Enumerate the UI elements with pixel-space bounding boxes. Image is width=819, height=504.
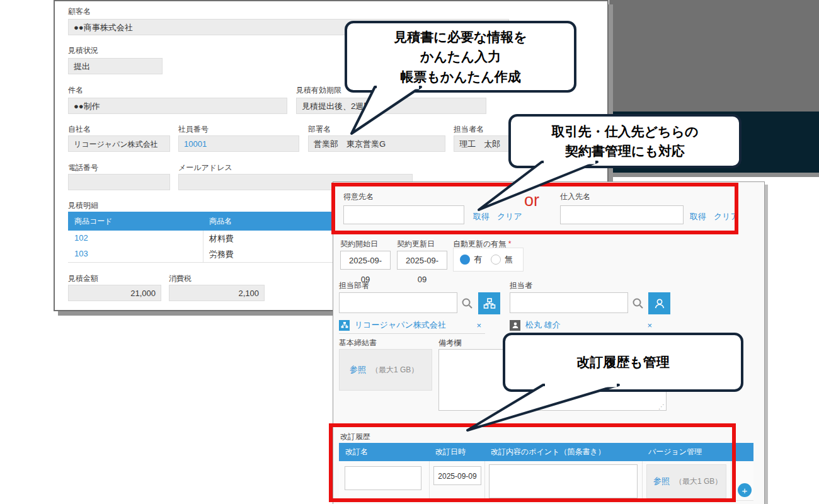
org-chart-picker-button[interactable] (478, 292, 500, 314)
browse-link[interactable]: 参照 (350, 364, 366, 375)
callout-line: 取引先・仕入先どちらの (552, 122, 699, 142)
product-code-header: 商品コード (68, 212, 203, 231)
tax-label: 消費税 (169, 273, 192, 284)
charge-person-input[interactable] (510, 292, 628, 313)
remove-department-icon[interactable]: × (476, 321, 481, 330)
product-code-cell[interactable]: 103 (74, 249, 88, 258)
radio-no-label: 無 (505, 254, 513, 265)
base-contract-doc-label: 基本締結書 (339, 338, 377, 348)
contract-renew-date[interactable]: 2025-09-09 (397, 251, 447, 270)
or-text: or (524, 191, 539, 210)
client-name-label: 得意先名 (343, 192, 374, 202)
customer-name-label: 顧客名 (68, 6, 91, 17)
revision-name-header: 改訂名 (339, 443, 429, 461)
resize-grip-icon[interactable]: ⋰ (658, 403, 665, 410)
org-chart-icon (483, 297, 496, 310)
validity-label: 見積有効期限 (296, 85, 341, 96)
revision-table-row: 2025-09-09 参照 （最大1 GB） (339, 461, 753, 501)
callout-quote-bubble: 見積書に必要な情報を かんたん入力 帳票もかんたん作成 (345, 21, 576, 93)
department-field[interactable]: 営業部 東京営業G (308, 135, 445, 152)
product-name-cell: 材料費 (209, 233, 234, 244)
revision-point-textarea[interactable] (489, 464, 638, 498)
callout-line: 契約書管理にも対応 (565, 141, 685, 161)
contract-start-date[interactable]: 2025-09-09 (340, 251, 391, 270)
charge-person-label: 担当者 (510, 280, 532, 291)
revision-point-header: 改訂内容のポイント（箇条書き） (484, 443, 642, 461)
radio-no[interactable] (491, 255, 501, 265)
revision-date-input[interactable]: 2025-09-09 (433, 466, 481, 485)
person-chip-icon (510, 320, 520, 331)
search-icon[interactable] (632, 297, 644, 310)
background-gray-band (609, 0, 819, 112)
phone-field[interactable] (68, 174, 170, 190)
search-icon[interactable] (461, 297, 474, 310)
callout-line: 改訂履歴も管理 (576, 352, 670, 372)
subject-field[interactable]: ●●制作 (68, 98, 287, 114)
quote-detail-label: 見積明細 (68, 200, 98, 211)
base-contract-doc-filebox: 参照 （最大1 GB） (339, 349, 432, 391)
callout-line: 見積書に必要な情報を (394, 27, 527, 47)
max-size-text: （最大1 GB） (371, 365, 418, 375)
browse-link[interactable]: 参照 (653, 476, 670, 487)
version-control-header: バージョン管理 (642, 443, 731, 461)
charge-department-input[interactable] (339, 292, 457, 313)
selected-department-chip: リコージャパン株式会社 × (339, 317, 485, 334)
revision-date-header: 改訂日時 (429, 443, 484, 461)
product-name-cell: 労務費 (209, 249, 234, 260)
auto-renew-radio-group: 有 無 (453, 248, 524, 272)
revision-name-input[interactable] (345, 466, 421, 490)
contract-start-label: 契約開始日 (340, 239, 378, 249)
radio-yes-selected[interactable] (460, 255, 470, 265)
callout-contract-bubble: 取引先・仕入先どちらの 契約書管理にも対応 (508, 114, 742, 168)
tax-field: 2,100 (169, 285, 265, 301)
employee-no-field[interactable]: 10001 (178, 135, 299, 152)
revision-table-header: 改訂名 改訂日時 改訂内容のポイント（箇条書き） バージョン管理 (339, 443, 753, 461)
supplier-get-link[interactable]: 取得 (690, 211, 706, 222)
product-code-cell[interactable]: 102 (74, 233, 88, 243)
selected-department-link[interactable]: リコージャパン株式会社 (355, 319, 446, 331)
charge-department-label: 担当部署 (339, 280, 369, 291)
revision-history-label: 改訂履歴 (340, 432, 370, 442)
quote-amount-field: 21,000 (68, 285, 161, 301)
phone-label: 電話番号 (68, 163, 98, 173)
supplier-name-input[interactable] (560, 205, 684, 224)
quote-status-label: 見積状況 (68, 45, 98, 56)
required-mark: * (508, 239, 512, 248)
plus-icon: + (742, 486, 748, 495)
version-filebox: 参照 （最大1 GB） (646, 464, 726, 498)
radio-yes-label: 有 (474, 254, 482, 265)
background-navy-band-shadow (607, 173, 819, 177)
marketing-screenshot: { "quote_window": { "customer_label": "顧… (0, 0, 819, 504)
selected-person-chip: 松丸 雄介 × (510, 317, 656, 334)
user-picker-button[interactable] (648, 292, 670, 314)
quote-status-field[interactable]: 提出 (68, 58, 163, 74)
department-label: 部署名 (308, 124, 331, 135)
note-label: 備考欄 (438, 338, 461, 348)
company-label: 自社名 (68, 124, 91, 135)
selected-person-link[interactable]: 松丸 雄介 (525, 319, 561, 331)
contract-renew-label: 契約更新日 (397, 239, 435, 249)
client-get-link[interactable]: 取得 (473, 211, 490, 222)
employee-no-label: 社員番号 (178, 124, 209, 135)
company-field[interactable]: リコージャパン株式会社 (68, 135, 170, 152)
email-label: メールアドレス (178, 163, 232, 173)
supplier-clear-link[interactable]: クリア (714, 211, 739, 222)
person-in-charge-label: 担当者名 (454, 124, 484, 135)
validity-field[interactable]: 見積提出後、2週間以内 (296, 98, 486, 114)
remove-person-icon[interactable]: × (647, 321, 652, 330)
client-clear-link[interactable]: クリア (497, 211, 522, 222)
add-row-button[interactable]: + (738, 483, 752, 497)
supplier-name-label: 仕入先名 (560, 192, 590, 202)
callout-line: 帳票もかんたん作成 (400, 67, 520, 87)
client-name-input[interactable] (343, 205, 464, 224)
person-icon (653, 297, 666, 310)
callout-revision-bubble: 改訂履歴も管理 (503, 333, 743, 392)
quote-amount-label: 見積金額 (68, 273, 98, 284)
callout-line: かんたん入力 (420, 47, 501, 67)
subject-label: 件名 (68, 85, 83, 96)
org-chip-icon (339, 320, 350, 331)
max-size-text: （最大1 GB） (675, 476, 722, 487)
